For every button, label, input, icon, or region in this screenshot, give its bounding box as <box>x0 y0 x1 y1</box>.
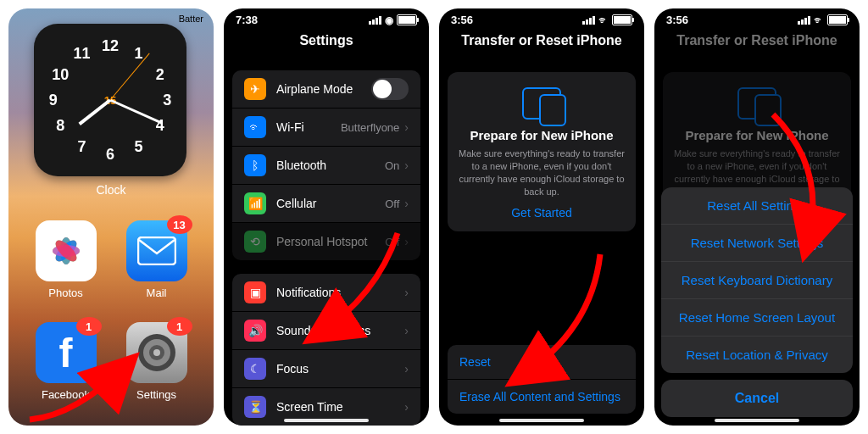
row-wifi[interactable]: ᯤWi-FiButterflyone› <box>232 108 420 147</box>
status-battery-text: Batter <box>179 14 203 24</box>
focus-icon: ☾ <box>244 358 266 380</box>
row-airplane-mode[interactable]: ✈Airplane Mode <box>232 70 420 108</box>
page-title: Transfer or Reset iPhone <box>654 28 860 57</box>
action-sheet: Reset All Settings Reset Network Setting… <box>661 187 853 417</box>
row-hotspot[interactable]: ⟲Personal HotspotOff› <box>232 223 420 260</box>
sheet-reset-all-settings[interactable]: Reset All Settings <box>661 187 853 225</box>
app-facebook[interactable]: f 1 Facebook <box>28 322 104 401</box>
badge: 1 <box>76 317 102 336</box>
chevron-right-icon: › <box>404 120 409 134</box>
battery-icon <box>612 14 632 25</box>
app-label: Mail <box>119 287 195 299</box>
cellular-icon: 📶 <box>244 192 266 214</box>
app-label: Facebook <box>28 388 104 401</box>
row-notifications[interactable]: ▣Notifications› <box>232 274 420 312</box>
status-time: 3:56 <box>666 14 688 26</box>
airplane-toggle[interactable] <box>371 78 409 100</box>
row-focus[interactable]: ☾Focus› <box>232 350 420 388</box>
signal-icon <box>582 16 595 25</box>
home-screen: Batter 121 23 45 67 89 1011 15 Clock <box>8 8 214 426</box>
app-settings[interactable]: 1 Settings <box>119 322 195 401</box>
clock-widget-label: Clock <box>8 183 214 197</box>
clock-widget[interactable]: 121 23 45 67 89 1011 15 <box>34 24 186 176</box>
signal-icon <box>369 16 381 25</box>
sheet-reset-home-layout[interactable]: Reset Home Screen Layout <box>661 299 853 337</box>
wifi-icon: ᯤ <box>814 14 824 26</box>
settings-screen: 7:38 ◉ Settings ✈Airplane Mode ᯤWi-FiBut… <box>224 8 429 426</box>
status-bar: 3:56 ᯤ <box>654 8 860 28</box>
row-erase-all[interactable]: Erase All Content and Settings <box>448 380 636 414</box>
page-title: Transfer or Reset iPhone <box>439 28 644 57</box>
iphone-transfer-icon <box>522 87 561 120</box>
prepare-title: Prepare for New iPhone <box>458 128 626 142</box>
screentime-icon: ⏳ <box>244 396 266 418</box>
facebook-icon: f 1 <box>36 322 97 383</box>
home-indicator[interactable] <box>284 419 369 422</box>
transfer-reset-screen: 3:56 ᯤ Transfer or Reset iPhone Prepare … <box>439 8 644 426</box>
status-bar: 7:38 ◉ <box>224 8 429 28</box>
status-time: 3:56 <box>451 14 473 26</box>
wifi-icon: ◉ <box>385 14 393 26</box>
hotspot-icon: ⟲ <box>244 231 266 253</box>
home-indicator[interactable] <box>715 419 799 422</box>
row-bluetooth[interactable]: ᛒBluetoothOn› <box>232 147 420 185</box>
app-photos[interactable]: Photos <box>28 220 104 299</box>
chevron-right-icon: › <box>404 159 409 172</box>
badge: 1 <box>167 317 192 336</box>
chevron-right-icon: › <box>404 197 409 210</box>
battery-icon <box>827 14 848 25</box>
svg-rect-8 <box>138 237 175 264</box>
app-mail[interactable]: 13 Mail <box>119 220 195 299</box>
app-label: Settings <box>119 388 195 401</box>
prepare-card: Prepare for New iPhone Make sure everyth… <box>448 72 636 231</box>
page-title: Settings <box>224 28 429 57</box>
prepare-description: Make sure everything's ready to transfer… <box>458 147 626 198</box>
notifications-icon: ▣ <box>244 281 266 303</box>
svg-point-12 <box>153 349 160 356</box>
get-started-button[interactable]: Get Started <box>458 206 626 220</box>
status-time: 7:38 <box>236 14 258 26</box>
wifi-icon: ᯤ <box>244 116 266 138</box>
battery-icon <box>397 14 417 25</box>
sounds-icon: 🔊 <box>244 320 266 342</box>
clock-face: 121 23 45 67 89 1011 15 <box>39 29 181 171</box>
row-cellular[interactable]: 📶CellularOff› <box>232 185 420 223</box>
wifi-icon: ᯤ <box>598 14 609 26</box>
mail-icon: 13 <box>126 220 187 281</box>
sheet-reset-keyboard[interactable]: Reset Keyboard Dictionary <box>661 262 853 299</box>
status-bar: 3:56 ᯤ <box>439 8 644 28</box>
reset-sheet-screen: 3:56 ᯤ Transfer or Reset iPhone Prepare … <box>654 8 860 426</box>
row-sounds[interactable]: 🔊Sounds & Haptics› <box>232 312 420 350</box>
chevron-right-icon: › <box>404 400 409 414</box>
row-reset[interactable]: Reset <box>448 345 636 380</box>
settings-icon: 1 <box>126 322 187 383</box>
photos-icon <box>36 220 97 281</box>
sheet-reset-location-privacy[interactable]: Reset Location & Privacy <box>661 337 853 373</box>
airplane-icon: ✈ <box>244 78 266 100</box>
chevron-right-icon: › <box>404 286 409 299</box>
chevron-right-icon: › <box>404 235 409 248</box>
signal-icon <box>798 16 810 25</box>
iphone-transfer-icon <box>737 87 776 120</box>
home-indicator[interactable] <box>499 419 584 422</box>
sheet-reset-network[interactable]: Reset Network Settings <box>661 225 853 262</box>
chevron-right-icon: › <box>404 324 409 337</box>
sheet-cancel-button[interactable]: Cancel <box>661 380 853 417</box>
bluetooth-icon: ᛒ <box>244 154 266 176</box>
app-label: Photos <box>28 287 104 299</box>
badge: 13 <box>167 215 192 234</box>
chevron-right-icon: › <box>404 362 409 376</box>
prepare-title: Prepare for New iPhone <box>673 128 841 142</box>
